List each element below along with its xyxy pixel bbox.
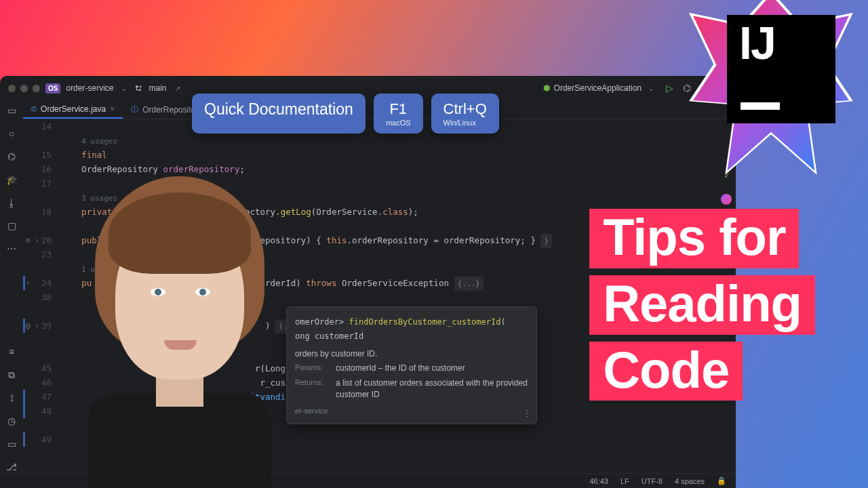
shortcut-callout: Quick Documentation F1 macOS Ctrl+Q Win/… xyxy=(192,94,499,134)
headline-line-1: Tips for xyxy=(589,209,799,268)
presenter-photo xyxy=(47,163,305,488)
headline-line-2: Reading xyxy=(589,275,815,335)
project-tool-icon[interactable]: ▭ xyxy=(5,104,18,117)
spring-icon: ⬢ xyxy=(543,83,550,93)
vcs-change-marker[interactable] xyxy=(23,276,25,290)
run-config[interactable]: ⬢ OrderServiceApplication ⌄ xyxy=(543,83,656,93)
ai-assistant-icon[interactable] xyxy=(721,194,732,205)
branch-name[interactable]: main xyxy=(149,83,166,93)
vcs-change-marker[interactable] xyxy=(23,319,25,333)
java-interface-icon: Ⓘ xyxy=(131,104,138,115)
structure-tool-icon[interactable]: ⌬ xyxy=(5,150,18,163)
headline-line-3: Code xyxy=(589,342,743,401)
java-class-icon: © xyxy=(31,105,37,113)
readonly-lock-icon[interactable]: 🔒 xyxy=(717,476,726,485)
tab-label: OrderService.java xyxy=(41,104,106,114)
file-encoding[interactable]: UTF-8 xyxy=(642,477,663,485)
project-badge: OS xyxy=(45,83,60,94)
run-tool-icon[interactable]: ▭ xyxy=(5,438,18,450)
branch-chevron-icon[interactable]: ↗ xyxy=(175,85,180,92)
git-branch-icon[interactable] xyxy=(135,84,143,92)
left-tool-rail: ▭ ○ ⌬ 🎓 ⭳ ▢ ⋯ ≡ ⧉ ⟟ ◷ ▭ ⎇ xyxy=(0,100,23,473)
quickdoc-module: er-service xyxy=(295,406,528,417)
vcs-change-marker[interactable] xyxy=(23,432,25,447)
shortcut-mac: F1 macOS xyxy=(374,94,423,134)
zoom-icon[interactable] xyxy=(33,85,40,92)
git-tool-icon[interactable]: ⎇ xyxy=(5,461,18,473)
gutter-annotation-icon[interactable]: @ › xyxy=(26,319,39,333)
endpoints-tool-icon[interactable]: ⟟ xyxy=(5,392,18,404)
run-config-name: OrderServiceApplication xyxy=(554,83,642,93)
close-icon[interactable] xyxy=(8,85,16,92)
project-name[interactable]: order-service xyxy=(66,83,113,93)
chevron-down-icon[interactable]: ⌄ xyxy=(121,85,127,92)
learn-tool-icon[interactable]: 🎓 xyxy=(5,174,18,186)
intellij-logo-text: IJ xyxy=(739,16,775,69)
more-tool-icon[interactable]: ⋯ xyxy=(5,243,18,255)
quickdoc-returns: a list of customer orders associated wit… xyxy=(336,378,528,401)
window-controls[interactable] xyxy=(8,85,40,92)
chevron-down-icon[interactable]: ⌄ xyxy=(648,85,654,92)
indent-setting[interactable]: 4 spaces xyxy=(675,477,705,485)
run-button[interactable]: ▷ xyxy=(666,83,673,94)
gutter-run-icon[interactable]: › xyxy=(26,276,31,290)
close-tab-icon[interactable]: × xyxy=(110,104,115,114)
services-tool-icon[interactable]: ⧉ xyxy=(5,369,18,381)
shortcut-win: Ctrl+Q Win/Linux xyxy=(431,94,499,134)
quickdoc-more-icon[interactable]: ⋮ xyxy=(523,408,531,420)
headline: Tips for Reading Code xyxy=(589,209,815,407)
line-separator[interactable]: LF xyxy=(620,477,629,485)
commit-tool-icon[interactable]: ○ xyxy=(5,127,18,140)
quickdoc-description: orders by customer ID. xyxy=(295,349,377,359)
caret-position[interactable]: 46:43 xyxy=(589,477,608,485)
minimize-icon[interactable] xyxy=(20,85,28,92)
pull-tool-icon[interactable]: ⭳ xyxy=(5,197,18,209)
terminal-tool-icon[interactable]: ≡ xyxy=(5,346,18,358)
tab-orderservice[interactable]: © OrderService.java × xyxy=(23,100,123,119)
gutter-override-icon[interactable]: ⊙ › xyxy=(26,233,39,247)
quick-documentation-popup[interactable]: omerOrder> findOrdersByCustomer_customer… xyxy=(286,306,537,424)
intellij-logo-badge: IJ xyxy=(693,0,849,171)
bookmarks-tool-icon[interactable]: ▢ xyxy=(5,220,18,232)
shortcut-title: Quick Documentation xyxy=(192,94,366,134)
debug-button[interactable]: ⌬ xyxy=(683,83,691,94)
quickdoc-param: customerId – the ID of the customer xyxy=(336,363,465,374)
vcs-change-marker[interactable] xyxy=(23,390,25,418)
build-tool-icon[interactable]: ◷ xyxy=(5,415,18,427)
